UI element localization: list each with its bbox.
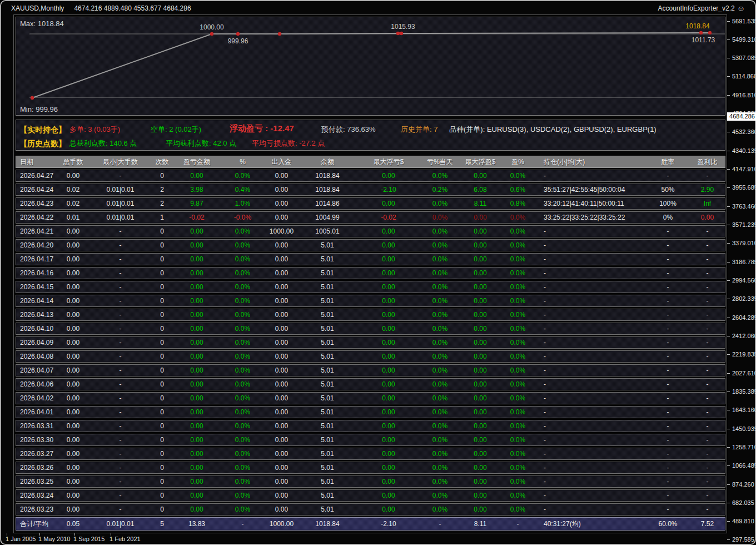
history-points-tag: 【历史点数】	[19, 138, 66, 149]
table-cell: -	[647, 492, 689, 499]
table-cell: 0.0%	[219, 339, 266, 346]
table-cell: 0.0%	[219, 325, 266, 333]
table-cell: 0.0%	[500, 380, 536, 388]
table-cell: 1018.84	[297, 186, 358, 194]
table-cell: -	[536, 269, 647, 277]
table-cell: 0.00	[358, 353, 419, 360]
table-cell: -	[91, 492, 150, 499]
table-cell: -	[647, 394, 689, 402]
table-cell: -	[91, 172, 150, 180]
table-row: 2026.04.090.00-00.000.0%0.005.010.000.0%…	[16, 336, 725, 349]
merged-history-label: 历史并单: 7	[401, 124, 437, 135]
total-profit-points-label: 总获利点数: 140.6 点	[69, 138, 137, 149]
table-cell: 0.00	[266, 325, 297, 333]
table-cell: 0.0%	[500, 214, 536, 221]
table-cell: 0.01|0.01	[91, 186, 150, 194]
table-cell: 0.00	[358, 255, 419, 263]
table-cell: 0.05	[55, 520, 91, 528]
table-cell: 5.01	[297, 269, 358, 277]
table-cell: -	[536, 297, 647, 305]
price-tick	[727, 503, 730, 503]
table-cell: 0	[150, 492, 175, 499]
table-cell: -	[91, 283, 150, 291]
table-cell: 0.0%	[419, 172, 461, 180]
equity-data-point	[396, 32, 400, 35]
table-cell: 0.0%	[500, 478, 536, 485]
equity-data-point	[210, 32, 213, 36]
header-cell: 持仓(小|均|大)	[536, 157, 647, 167]
table-cell: -	[536, 325, 647, 333]
table-cell: 0	[150, 422, 175, 430]
table-cell: 0	[150, 311, 175, 319]
table-row: 2026.03.250.00-00.000.0%0.005.010.000.0%…	[16, 475, 725, 488]
table-cell: 0.00	[461, 394, 500, 402]
table-cell: 0.0%	[419, 450, 461, 458]
table-cell: 0.00	[266, 492, 297, 499]
table-cell: 0	[150, 241, 175, 249]
table-cell: 0.00	[55, 297, 91, 305]
table-cell: 9.87	[175, 200, 219, 207]
time-axis[interactable]: 1 Jan 20051 May 20101 Sep 20151 Feb 2021	[3, 533, 753, 544]
table-cell: -	[689, 297, 726, 305]
ea-smiley-icon[interactable]: ☺	[737, 4, 745, 13]
table-cell: 0.0%	[219, 353, 266, 360]
header-cell: 最小|大手数	[91, 157, 150, 167]
table-cell: 0.0%	[500, 394, 536, 402]
table-cell: 0.00	[55, 353, 91, 360]
table-cell: -	[689, 464, 726, 472]
table-cell: 0.4%	[219, 186, 266, 194]
table-cell: -	[689, 325, 726, 333]
table-cell: 2	[150, 186, 175, 194]
table-row: 2026.04.130.00-00.000.0%0.005.010.000.0%…	[16, 309, 725, 321]
table-cell: 0.0%	[219, 450, 266, 458]
table-cell: 0.00	[461, 506, 500, 513]
price-tick	[727, 95, 730, 96]
table-cell: 8.11	[461, 520, 500, 528]
table-cell: -	[91, 325, 150, 333]
table-cell: 0.0%	[219, 297, 266, 305]
table-cell: 5.01	[297, 366, 358, 374]
table-cell: 5.01	[297, 394, 358, 402]
table-cell: -	[647, 436, 689, 444]
table-cell: 0.00	[358, 366, 419, 374]
table-cell: 0.0%	[500, 422, 536, 430]
table-cell: 0	[150, 506, 175, 513]
table-cell: -	[536, 506, 647, 513]
table-cell: 0.00	[358, 311, 419, 319]
table-cell: 0.0%	[419, 366, 461, 374]
table-cell: 0.00	[266, 200, 297, 207]
price-tick-label: 1450.935	[732, 425, 756, 432]
table-cell: 0.00	[175, 380, 219, 388]
table-cell: 2026.04.17	[16, 255, 55, 263]
table-cell: 0.0%	[219, 311, 266, 319]
table-cell: 0.00	[358, 506, 419, 513]
table-cell: 5.01	[297, 408, 358, 416]
table-row: 2026.04.150.00-00.000.0%0.005.010.000.0%…	[16, 281, 725, 293]
equity-point-label: 1011.73	[692, 36, 715, 44]
table-cell: 2026.04.23	[16, 200, 55, 207]
table-cell: 0.0%	[219, 408, 266, 416]
price-tick-label: 4147.910	[732, 166, 756, 172]
equity-point-label: 1015.93	[391, 23, 415, 31]
table-cell: 2026.04.07	[16, 366, 55, 374]
table-cell: 8.11	[461, 200, 500, 207]
price-tick	[727, 225, 730, 225]
price-tick-label: 5499.310	[732, 36, 756, 43]
table-cell: 0	[150, 436, 175, 444]
header-cell: 盈亏金额	[175, 157, 219, 167]
table-cell: 0.00	[55, 394, 91, 402]
table-cell: 1.0%	[219, 200, 266, 207]
table-row: 2026.04.270.00-00.000.0%0.001018.840.000…	[16, 170, 725, 182]
table-row: 2026.03.300.00-00.000.0%0.005.010.000.0%…	[16, 434, 725, 446]
long-positions-label: 多单: 3 (0.03手)	[69, 124, 120, 135]
table-cell: -	[91, 422, 150, 430]
table-row: 2026.04.010.00-00.000.0%0.005.010.000.0%…	[16, 406, 725, 418]
table-row: 2026.03.240.00-00.000.0%0.005.010.000.0%…	[16, 489, 725, 502]
table-cell: 0.0%	[419, 283, 461, 291]
table-cell: 0.00	[461, 478, 500, 485]
equity-point-label: 1000.00	[200, 23, 224, 31]
table-cell: -	[91, 366, 150, 374]
table-cell: 2026.03.24	[16, 492, 55, 499]
table-cell: 0%	[647, 214, 689, 221]
price-axis[interactable]: 4684.286 5691.5355499.3105307.0855114.86…	[727, 14, 756, 533]
